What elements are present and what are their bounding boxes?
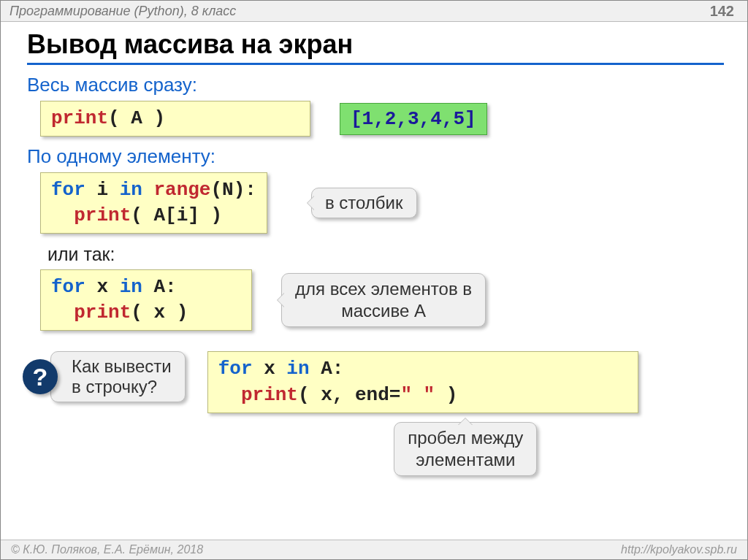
section1-heading: Весь массив сразу: — [27, 74, 724, 96]
callout-question: Как вывести в строчку? — [50, 351, 186, 402]
callout-column: в столбик — [311, 188, 417, 218]
code-print-end-space: for x in A: print( x, end=" " ) — [207, 351, 638, 413]
slide-content: Вывод массива на экран Весь массив сразу… — [1, 22, 747, 476]
course-title: Программирование (Python), 8 класс — [9, 4, 236, 19]
top-bar: Программирование (Python), 8 класс 142 — [1, 1, 747, 22]
footer-bar: © К.Ю. Поляков, Е.А. Ерёмин, 2018 http:/… — [1, 540, 747, 559]
code-for-range: for i in range(N): print( A[i] ) — [40, 172, 267, 234]
copyright: © К.Ю. Поляков, Е.А. Ерёмин, 2018 — [11, 543, 203, 556]
code-print-whole-array: print( A ) — [40, 101, 310, 137]
section2-heading: По одному элементу: — [27, 145, 724, 168]
callout-space-between: пробел междуэлементами — [394, 422, 537, 476]
site-url: http://kpolyakov.spb.ru — [621, 543, 737, 556]
page-number: 142 — [710, 3, 734, 20]
output-array: [1,2,3,4,5] — [340, 103, 487, 135]
callout-for-all-elements: для всех элементов вмассиве A — [281, 273, 486, 327]
code-for-in: for x in A: print( x ) — [40, 269, 252, 331]
slide-title: Вывод массива на экран — [27, 29, 724, 65]
or-label: или так: — [47, 244, 724, 265]
